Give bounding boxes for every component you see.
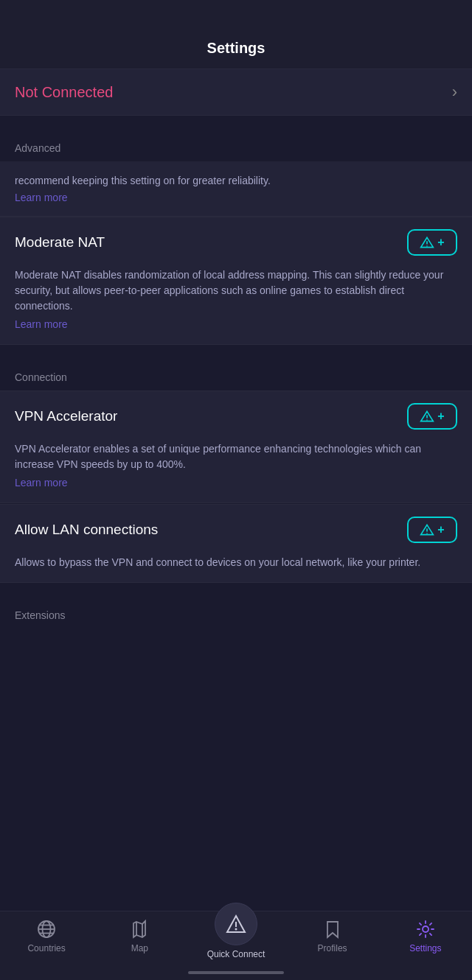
bookmark-icon [322, 919, 343, 939]
section-connection: Connection [0, 358, 472, 391]
allow-lan-label: Allow LAN connections [15, 522, 158, 538]
vpn-accelerator-toggle[interactable]: + [407, 403, 457, 430]
svg-marker-14 [133, 921, 145, 937]
spacer-2 [0, 345, 472, 358]
nav-item-settings[interactable]: Settings [400, 919, 451, 953]
vpn-accelerator-learn-more[interactable]: Learn more [15, 475, 68, 491]
svg-point-2 [426, 245, 428, 247]
allow-lan-toggle[interactable]: + [407, 517, 457, 543]
moderate-nat-label: Moderate NAT [15, 234, 105, 251]
spacer-3 [0, 583, 472, 596]
spacer-1 [0, 116, 472, 129]
nav-label-profiles: Profiles [318, 943, 347, 953]
vpn-accelerator-block: VPN Accelerator + VPN Accelerator enable… [0, 391, 472, 503]
nav-label-quick-connect: Quick Connect [207, 949, 266, 959]
moderate-nat-learn-more[interactable]: Learn more [15, 317, 68, 332]
section-extensions: Extensions [0, 596, 472, 629]
allow-lan-block: Allow LAN connections + Allows to bypass… [0, 504, 472, 583]
vpn-triangle-icon-2 [420, 409, 434, 424]
nav-item-profiles[interactable]: Profiles [307, 919, 358, 953]
toggle-plus-icon-2: + [437, 410, 444, 423]
map-icon [129, 919, 150, 939]
svg-point-5 [426, 419, 428, 421]
home-indicator [188, 971, 284, 974]
toggle-plus-icon-3: + [437, 523, 444, 536]
connection-status: Not Connected [15, 84, 113, 101]
nav-item-quick-connect[interactable]: Quick Connect [207, 903, 266, 959]
vpn-triangle-icon [420, 235, 434, 250]
advanced-desc-text: recommend keeping this setting on for gr… [15, 173, 457, 189]
advanced-description-block: recommend keeping this setting on for gr… [0, 161, 472, 217]
vpn-accelerator-desc: VPN Accelerator enables a set of unique … [0, 441, 472, 503]
nav-item-countries[interactable]: Countries [21, 919, 72, 953]
nav-label-map: Map [131, 943, 148, 953]
vpn-accelerator-label: VPN Accelerator [15, 408, 117, 424]
nav-label-settings: Settings [409, 943, 441, 953]
connection-chevron: › [452, 83, 457, 102]
moderate-nat-block: Moderate NAT + Moderate NAT disables ran… [0, 217, 472, 345]
vpn-arrow-icon [224, 912, 248, 936]
page-title: Settings [15, 40, 457, 57]
bottom-nav: Countries Map Quick Connect [0, 911, 472, 980]
moderate-nat-toggle[interactable]: + [407, 229, 457, 256]
moderate-nat-row: Moderate NAT + [0, 217, 472, 267]
svg-point-20 [423, 926, 428, 932]
header: Settings [0, 0, 472, 69]
allow-lan-desc: Allows to bypass the VPN and connect to … [0, 555, 472, 582]
toggle-plus-icon: + [437, 236, 444, 249]
gear-icon [415, 919, 436, 939]
svg-point-19 [235, 928, 237, 931]
allow-lan-row: Allow LAN connections + [0, 505, 472, 555]
quick-connect-circle [215, 903, 257, 945]
svg-point-8 [426, 533, 428, 534]
advanced-learn-more[interactable]: Learn more [15, 192, 68, 203]
nav-label-countries: Countries [27, 943, 65, 953]
globe-icon [36, 919, 57, 939]
moderate-nat-desc: Moderate NAT disables randomization of l… [0, 267, 472, 344]
section-advanced: Advanced [0, 129, 472, 161]
connection-banner[interactable]: Not Connected › [0, 69, 472, 116]
nav-item-map[interactable]: Map [114, 919, 165, 953]
vpn-accelerator-row: VPN Accelerator + [0, 391, 472, 441]
vpn-triangle-icon-3 [420, 522, 434, 537]
main-content: Settings Not Connected › Advanced recomm… [0, 0, 472, 717]
